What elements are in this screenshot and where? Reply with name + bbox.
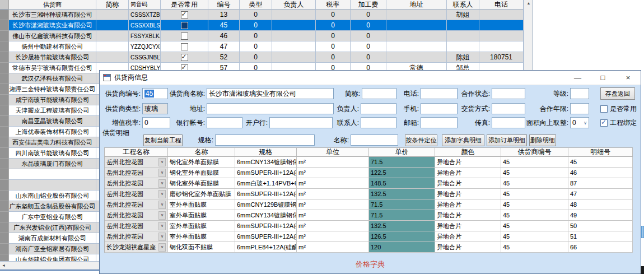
name-cell[interactable]: 室外单面贴膜 [168,199,235,210]
row-header[interactable] [0,95,9,105]
type-cell[interactable]: 0 [240,52,272,63]
color-cell[interactable]: 异地合片 [435,221,501,231]
row-header[interactable] [0,201,9,212]
fee-cell[interactable]: 0 [351,10,386,20]
type-cell[interactable]: 0 [240,20,272,31]
name-cell[interactable]: 室外单面贴膜 [168,221,235,231]
contact-cell[interactable]: 陈姐 [447,52,479,63]
type-cell[interactable]: 0 [240,41,272,52]
price-cell[interactable]: 71.5 [369,157,435,168]
project-combobox[interactable]: 岳州北控花园∨ [105,210,168,221]
row-header[interactable] [0,212,9,222]
chevron-down-icon[interactable]: ∨ [158,233,166,241]
supplier-name-cell[interactable] [9,169,96,180]
spec-cell[interactable]: 6mmSUPER-III+12A(硅... [235,231,297,242]
name-cell[interactable]: 钢化室外单面贴膜 [168,178,235,189]
short-cell[interactable] [96,41,129,52]
detail-id-cell[interactable]: 50 [568,221,633,231]
detail-row[interactable]: 岳州北控花园∨ 室外单面贴膜 6mmSUPER-III+12A(硅... m² … [105,221,633,231]
detail-id-cell[interactable]: 51 [568,231,633,242]
common-checkbox[interactable] [181,54,188,61]
color-cell[interactable]: 异地合片 [435,231,501,242]
grade-field[interactable] [570,88,589,99]
supplier-name-cell[interactable]: 上海优泰装饰材料有限公司 [9,127,96,137]
contact-cell[interactable] [447,20,479,31]
project-combobox[interactable]: 岳州北控花园∨ [105,168,168,178]
detail-row[interactable]: 岳州北控花园∨ 钢化室外单面贴膜 6mm白玻+1.14PVB+6mm... m²… [105,178,633,189]
col-header-spec[interactable]: 规格 [235,148,297,157]
common-cell[interactable] [161,10,208,20]
unit-cell[interactable]: m² [297,157,369,168]
type-cell[interactable]: 0 [240,10,272,20]
spec-cell[interactable]: 6mmSUPER-III+12A(硅... [235,221,297,231]
mobile-field[interactable] [421,103,458,114]
col-header-short[interactable]: 简称 [96,0,129,10]
price-cell[interactable]: 148.5 [369,178,435,189]
address-cell[interactable] [386,52,447,63]
col-header-phone[interactable]: 电话 [479,0,524,10]
row-header-corner[interactable] [0,0,9,10]
common-cell[interactable] [161,20,208,31]
manager-cell[interactable] [272,31,316,41]
detail-row[interactable]: 岳州北控花园∨ 室外单面贴膜 6mmSUPER-III+12A(硅... m² … [105,231,633,242]
phone-cell[interactable] [479,41,524,52]
delete-detail-button[interactable]: 删除明细 [529,134,556,146]
spec-cell[interactable]: 6mmCNY134镀膜钢化 [235,210,297,221]
supplier-id-cell[interactable]: 45 [501,231,568,242]
supplier-row-selected[interactable]: 长沙市潇湘玻璃实业有限公司 CSSXXBLSY... 45 0 0 0 [0,20,524,31]
color-cell[interactable]: 异地合片 [435,189,501,199]
row-header[interactable] [0,159,9,169]
supplier-id-cell[interactable]: 45 [501,199,568,210]
row-header[interactable] [0,105,9,116]
row-header[interactable] [0,127,9,137]
common-cell[interactable] [161,52,208,63]
minimize-button[interactable]: — [565,71,590,85]
id-cell[interactable]: 13 [208,10,240,20]
id-cell[interactable]: 46 [208,31,240,41]
coop-years-field[interactable] [570,103,589,114]
code-cell[interactable]: FSSYXBLKJ... [129,31,161,41]
row-header[interactable] [0,244,9,254]
phone-cell[interactable] [479,20,524,31]
close-button[interactable]: × [615,71,641,85]
row-header[interactable] [0,31,9,41]
detail-row[interactable]: 长沙龙湖祺鑫星座∨ 钢化双面不贴膜 6mmPLE84+12A(硅酮胶... m²… [105,242,633,253]
price-cell[interactable]: 132.5 [369,221,435,231]
phone-cell[interactable] [479,31,524,41]
row-header[interactable] [0,116,9,127]
unit-cell[interactable]: m² [297,221,369,231]
supplier-id-cell[interactable]: 45 [501,210,568,221]
fee-cell[interactable]: 0 [351,20,386,31]
supplier-name-cell[interactable]: 长沙市三湘特种玻璃有限公司 [9,10,96,20]
chevron-down-icon[interactable]: ∨ [158,211,166,220]
supplier-id-cell[interactable]: 45 [501,157,568,168]
col-header-price[interactable]: 单价 [369,148,435,157]
supplier-name-cell[interactable]: 长沙市潇湘玻璃实业有限公司 [9,20,96,31]
project-combobox[interactable]: 岳州北控花园∨ [105,178,168,189]
fee-cell[interactable]: 0 [351,31,386,41]
manager-field[interactable] [361,103,396,114]
row-header[interactable] [0,84,9,95]
tax-cell[interactable]: 0 [316,10,351,20]
id-cell[interactable]: 52 [208,52,240,63]
row-header[interactable] [0,233,9,244]
row-header[interactable] [0,222,9,233]
row-header[interactable] [0,20,9,31]
area-round-up-combobox[interactable]: 0∨ [570,117,589,128]
contact-cell[interactable] [447,31,479,41]
unit-cell[interactable]: m² [297,189,369,199]
address-cell[interactable] [386,10,447,20]
chevron-down-icon[interactable]: ∨ [158,222,166,230]
row-header[interactable] [0,191,9,201]
name-cell[interactable]: 磨砂钢化室外单面贴膜 [168,189,235,199]
detail-row[interactable]: 岳州北控花园∨ 磨砂钢化室外单面贴膜 6mmSUPER-III+12A(硅...… [105,189,633,199]
unit-cell[interactable]: m² [297,231,369,242]
code-cell[interactable]: CSSGJNBLYXGS [129,52,161,63]
short-cell[interactable] [96,31,129,41]
address-cell[interactable] [386,20,447,31]
name-cell[interactable]: 钢化室外单面贴膜 [168,157,235,168]
row-header[interactable] [0,52,9,63]
maximize-button[interactable]: □ [590,71,615,85]
col-header-supplier-id[interactable]: 供货商编号 [501,148,568,157]
unit-cell[interactable]: m² [297,168,369,178]
